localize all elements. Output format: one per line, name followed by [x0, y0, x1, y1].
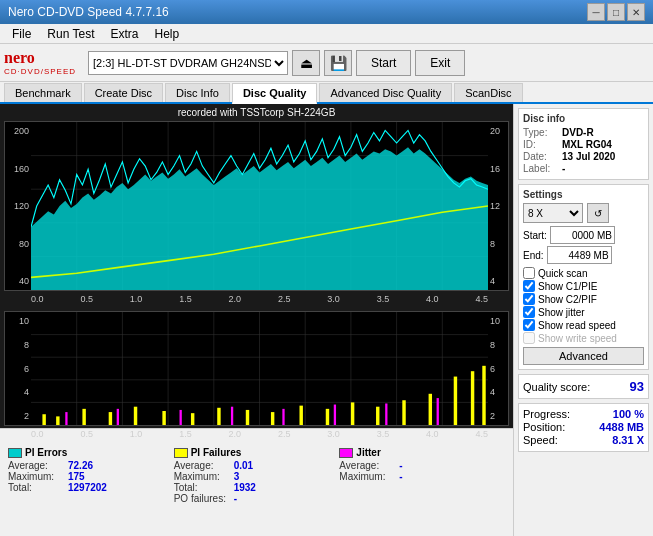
- svg-rect-51: [334, 405, 336, 425]
- pi-failures-max-label: Maximum:: [174, 471, 232, 482]
- jitter-color: [339, 448, 353, 458]
- upper-y-left-1: 160: [7, 164, 29, 174]
- disc-label-row: Label: -: [523, 163, 644, 174]
- svg-rect-48: [180, 410, 182, 425]
- disc-date-row: Date: 13 Jul 2020: [523, 151, 644, 162]
- svg-rect-37: [299, 406, 302, 425]
- menu-file[interactable]: File: [4, 25, 39, 43]
- pi-failures-total-label: Total:: [174, 482, 232, 493]
- speed-row-prog: Speed: 8.31 X: [523, 434, 644, 446]
- disc-info-title: Disc info: [523, 113, 644, 124]
- progress-row: Progress: 100 %: [523, 408, 644, 420]
- eject-icon[interactable]: ⏏: [292, 50, 320, 76]
- chart-title: recorded with TSSTcorp SH-224GB: [0, 104, 513, 121]
- tab-benchmark[interactable]: Benchmark: [4, 83, 82, 102]
- lower-y-left-1: 8: [7, 340, 29, 350]
- upper-y-left-3: 80: [7, 239, 29, 249]
- svg-rect-44: [471, 371, 474, 425]
- main-content: recorded with TSSTcorp SH-224GB 200 160 …: [0, 104, 653, 536]
- lower-chart-svg: [31, 312, 488, 425]
- upper-y-right-3: 8: [490, 239, 506, 249]
- jitter-avg-label: Average:: [339, 460, 397, 471]
- pi-failures-total-value: 1932: [234, 482, 256, 493]
- svg-rect-39: [351, 402, 354, 425]
- show-read-speed-checkbox[interactable]: [523, 319, 535, 331]
- svg-rect-45: [482, 366, 485, 425]
- speed-select[interactable]: 8 X: [523, 203, 583, 223]
- jitter-max-label: Maximum:: [339, 471, 397, 482]
- pi-errors-label: PI Errors: [25, 447, 67, 458]
- progress-value: 100 %: [613, 408, 644, 420]
- show-jitter-label: Show jitter: [538, 307, 585, 318]
- upper-y-left-0: 200: [7, 126, 29, 136]
- menu-help[interactable]: Help: [147, 25, 188, 43]
- svg-rect-43: [454, 377, 457, 425]
- show-jitter-checkbox[interactable]: [523, 306, 535, 318]
- position-value: 4488 MB: [599, 421, 644, 433]
- upper-y-right-0: 20: [490, 126, 506, 136]
- tab-advanced-disc-quality[interactable]: Advanced Disc Quality: [319, 83, 452, 102]
- tab-scan-disc[interactable]: ScanDisc: [454, 83, 522, 102]
- start-mb-label: Start:: [523, 230, 547, 241]
- upper-y-right-2: 12: [490, 201, 506, 211]
- end-mb-input[interactable]: [547, 246, 612, 264]
- pi-errors-max-value: 175: [68, 471, 85, 482]
- menu-extra[interactable]: Extra: [102, 25, 146, 43]
- lower-x-axis: 0.00.51.01.52.02.53.03.54.04.5: [31, 429, 488, 439]
- pi-failures-avg-label: Average:: [174, 460, 232, 471]
- settings-title: Settings: [523, 189, 644, 200]
- start-mb-row: Start:: [523, 226, 644, 244]
- lower-y-left-4: 2: [7, 411, 29, 421]
- disc-label-label: Label:: [523, 163, 558, 174]
- pi-failures-color: [174, 448, 188, 458]
- show-c1-checkbox[interactable]: [523, 280, 535, 292]
- pi-failures-avg-value: 0.01: [234, 460, 253, 471]
- svg-rect-40: [376, 407, 379, 425]
- quality-score-section: Quality score: 93: [518, 374, 649, 399]
- svg-rect-42: [429, 394, 432, 425]
- legend-jitter: Jitter Average: - Maximum: -: [339, 447, 505, 482]
- tab-disc-info[interactable]: Disc Info: [165, 83, 230, 102]
- drive-select[interactable]: [2:3] HL-DT-ST DVDRAM GH24NSD0 LH00: [88, 51, 288, 75]
- tab-disc-quality[interactable]: Disc Quality: [232, 83, 318, 104]
- advanced-button[interactable]: Advanced: [523, 347, 644, 365]
- exit-button[interactable]: Exit: [415, 50, 465, 76]
- upper-y-right-4: 4: [490, 276, 506, 286]
- pi-errors-total-label: Total:: [8, 482, 66, 493]
- window-controls: ─ □ ✕: [587, 3, 645, 21]
- refresh-icon[interactable]: ↺: [587, 203, 609, 223]
- menu-run-test[interactable]: Run Test: [39, 25, 102, 43]
- disc-type-value: DVD-R: [562, 127, 594, 138]
- minimize-button[interactable]: ─: [587, 3, 605, 21]
- disc-info-section: Disc info Type: DVD-R ID: MXL RG04 Date:…: [518, 108, 649, 180]
- svg-rect-33: [191, 413, 194, 425]
- po-failures-label: PO failures:: [174, 493, 232, 504]
- show-read-speed-row: Show read speed: [523, 319, 644, 331]
- pi-errors-avg-value: 72.26: [68, 460, 93, 471]
- end-mb-row: End:: [523, 246, 644, 264]
- lower-chart: 10 8 6 4 2 10 8 6 4 2: [4, 311, 509, 426]
- save-icon[interactable]: 💾: [324, 50, 352, 76]
- logo-sub: CD·DVD/SPEED: [4, 67, 76, 76]
- app-title: Nero CD-DVD Speed 4.7.7.16: [8, 5, 169, 19]
- show-c2-checkbox[interactable]: [523, 293, 535, 305]
- title-bar: Nero CD-DVD Speed 4.7.7.16 ─ □ ✕: [0, 0, 653, 24]
- start-mb-input[interactable]: [550, 226, 615, 244]
- disc-id-label: ID:: [523, 139, 558, 150]
- start-button[interactable]: Start: [356, 50, 411, 76]
- svg-rect-47: [117, 409, 119, 425]
- progress-section: Progress: 100 % Position: 4488 MB Speed:…: [518, 403, 649, 452]
- disc-date-label: Date:: [523, 151, 558, 162]
- disc-type-label: Type:: [523, 127, 558, 138]
- quick-scan-checkbox[interactable]: [523, 267, 535, 279]
- svg-rect-41: [402, 400, 405, 425]
- close-button[interactable]: ✕: [627, 3, 645, 21]
- tab-create-disc[interactable]: Create Disc: [84, 83, 163, 102]
- maximize-button[interactable]: □: [607, 3, 625, 21]
- disc-type-row: Type: DVD-R: [523, 127, 644, 138]
- show-write-speed-row: Show write speed: [523, 332, 644, 344]
- logo: nero CD·DVD/SPEED: [4, 49, 76, 76]
- show-write-speed-checkbox[interactable]: [523, 332, 535, 344]
- svg-rect-31: [134, 407, 137, 425]
- disc-date-value: 13 Jul 2020: [562, 151, 615, 162]
